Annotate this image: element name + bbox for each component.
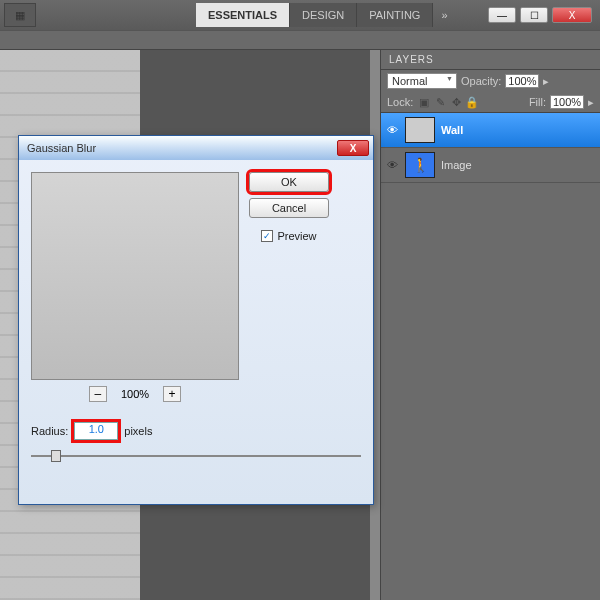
lock-brush-icon[interactable]: ✎ [433,95,447,109]
tool-selector[interactable]: ▦ [4,3,36,27]
opacity-label: Opacity: [461,75,501,87]
radius-row: Radius: 1.0 pixels [31,422,361,440]
preview-image[interactable] [31,172,239,380]
layer-image[interactable]: 👁 Image [381,148,600,183]
zoom-in-button[interactable]: + [163,386,181,402]
ok-button[interactable]: OK [249,172,329,192]
lock-fill-row: Lock: ▣ ✎ ✥ 🔒 Fill: 100% ▸ [381,92,600,112]
blend-mode-select[interactable]: Normal [387,73,457,89]
layer-wall[interactable]: 👁 Wall [381,113,600,148]
maximize-button[interactable]: ☐ [520,7,548,23]
visibility-eye-icon[interactable]: 👁 [385,124,399,136]
layer-thumb[interactable] [405,152,435,178]
radius-label: Radius: [31,425,68,437]
app-topbar: ▦ ESSENTIALS DESIGN PAINTING » — ☐ X [0,0,600,30]
layer-thumb[interactable] [405,117,435,143]
fill-field[interactable]: 100% [550,95,584,109]
slider-track [31,455,361,457]
dialog-close-button[interactable]: X [337,140,369,156]
radius-unit: pixels [124,425,152,437]
layer-name[interactable]: Wall [441,124,463,136]
fill-chevron-icon[interactable]: ▸ [588,96,594,109]
preview-checkbox[interactable]: ✓ Preview [261,230,316,242]
workspace-tabs: ESSENTIALS DESIGN PAINTING » [196,3,456,27]
dialog-buttons: OK Cancel ✓ Preview [249,172,329,402]
dialog-title: Gaussian Blur [27,142,96,154]
lock-move-icon[interactable]: ✥ [449,95,463,109]
radius-input[interactable]: 1.0 [74,422,118,440]
workspace-painting[interactable]: PAINTING [357,3,433,27]
gaussian-blur-dialog: Gaussian Blur X – 100% + OK Cancel ✓ Pre… [18,135,374,505]
options-bar [0,30,600,50]
zoom-controls: – 100% + [31,386,239,402]
zoom-percent: 100% [121,388,149,400]
dialog-titlebar[interactable]: Gaussian Blur X [19,136,373,160]
right-panels: LAYERS Normal Opacity: 100% ▸ Lock: ▣ ✎ … [380,50,600,600]
visibility-eye-icon[interactable]: 👁 [385,159,399,171]
window-controls: — ☐ X [488,7,600,23]
dialog-body: – 100% + OK Cancel ✓ Preview [19,160,373,414]
workspace-design[interactable]: DESIGN [290,3,357,27]
lock-label: Lock: [387,96,413,108]
radius-slider[interactable] [31,448,361,464]
layers-list: 👁 Wall 👁 Image [381,112,600,183]
preview-column: – 100% + [31,172,239,402]
zoom-out-button[interactable]: – [89,386,107,402]
blend-opacity-row: Normal Opacity: 100% ▸ [381,70,600,92]
opacity-chevron-icon[interactable]: ▸ [543,75,549,88]
layer-name[interactable]: Image [441,159,472,171]
minimize-button[interactable]: — [488,7,516,23]
close-button[interactable]: X [552,7,592,23]
lock-transparency-icon[interactable]: ▣ [417,95,431,109]
cancel-button[interactable]: Cancel [249,198,329,218]
main-area: LAYERS Normal Opacity: 100% ▸ Lock: ▣ ✎ … [0,50,600,600]
opacity-field[interactable]: 100% [505,74,539,88]
lock-icons: ▣ ✎ ✥ 🔒 [417,95,479,109]
lock-all-icon[interactable]: 🔒 [465,95,479,109]
preview-checkbox-label: Preview [277,230,316,242]
workspace-essentials[interactable]: ESSENTIALS [196,3,290,27]
checkbox-icon: ✓ [261,230,273,242]
fill-label: Fill: [529,96,546,108]
layers-panel-tab[interactable]: LAYERS [381,50,600,70]
slider-thumb[interactable] [51,450,61,462]
workspace-more[interactable]: » [433,3,455,27]
